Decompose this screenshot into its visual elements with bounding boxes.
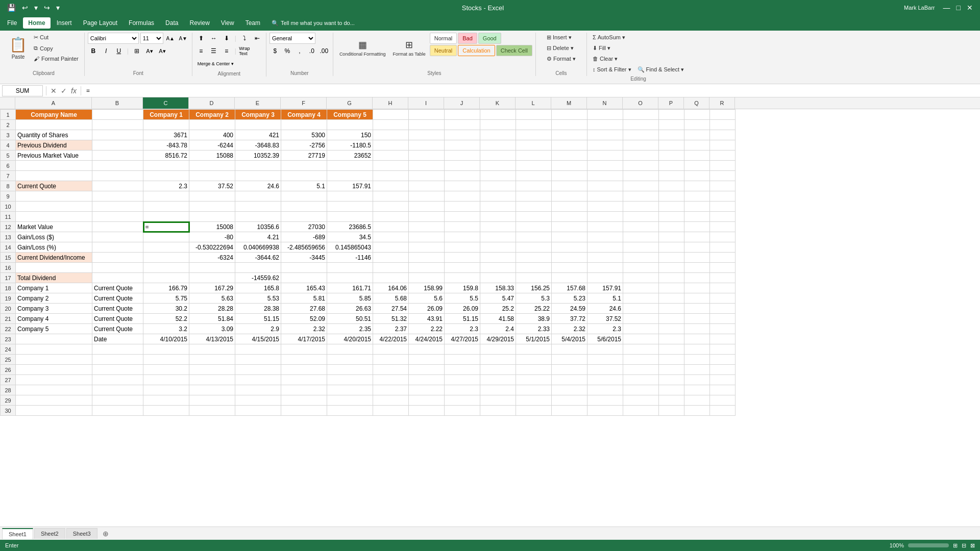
cell[interactable] (143, 375, 189, 385)
cell[interactable] (684, 222, 710, 232)
cell[interactable] (480, 171, 516, 181)
cell[interactable]: 34.5 (327, 232, 373, 242)
cell[interactable] (189, 191, 235, 202)
cell[interactable] (373, 253, 409, 263)
col-header-K[interactable]: K (480, 97, 516, 109)
cell[interactable] (92, 130, 143, 140)
cell[interactable]: 23652 (327, 151, 373, 161)
cell[interactable] (189, 273, 235, 283)
cell[interactable] (710, 222, 736, 232)
row-header-12[interactable]: 12 (1, 222, 16, 232)
cell[interactable] (373, 171, 409, 181)
cell[interactable] (143, 161, 189, 171)
cell[interactable] (235, 263, 281, 273)
cell[interactable]: 5.68 (373, 293, 409, 304)
cell[interactable] (587, 273, 623, 283)
cell[interactable]: 28.38 (235, 304, 281, 314)
cell[interactable] (189, 395, 235, 406)
decrease-font-size-button[interactable]: A▼ (178, 33, 189, 44)
cell[interactable] (373, 191, 409, 202)
cell[interactable] (516, 273, 552, 283)
cell[interactable] (684, 355, 710, 365)
cell[interactable] (480, 406, 516, 416)
cell[interactable]: Company 5 (327, 110, 373, 120)
cell[interactable]: 5.1 (281, 181, 327, 191)
cell[interactable] (143, 395, 189, 406)
cell[interactable] (710, 253, 736, 263)
cell[interactable] (587, 130, 623, 140)
cell[interactable] (710, 120, 736, 130)
cell[interactable]: 400 (189, 130, 235, 140)
increase-font-size-button[interactable]: A▲ (165, 33, 176, 44)
cell[interactable] (143, 344, 189, 355)
cell[interactable] (516, 232, 552, 242)
cell[interactable] (684, 171, 710, 181)
cell[interactable]: 3.09 (189, 324, 235, 334)
cell[interactable]: 23686.5 (327, 222, 373, 232)
cell[interactable] (587, 181, 623, 191)
cell[interactable]: 5.81 (281, 293, 327, 304)
cell[interactable]: Company 3 (235, 110, 281, 120)
cell[interactable] (710, 202, 736, 212)
cell[interactable]: 3671 (143, 130, 189, 140)
menu-view[interactable]: View (216, 17, 239, 29)
cell[interactable] (445, 263, 480, 273)
cell[interactable] (92, 365, 143, 375)
cell[interactable] (516, 130, 552, 140)
cell[interactable] (552, 191, 587, 202)
cell[interactable] (373, 242, 409, 253)
cell[interactable] (445, 365, 480, 375)
cell[interactable] (623, 120, 659, 130)
cell[interactable]: -3648.83 (235, 140, 281, 151)
cell[interactable] (587, 161, 623, 171)
cell[interactable] (516, 406, 552, 416)
cell[interactable] (623, 334, 659, 344)
cell[interactable]: -14559.62 (235, 273, 281, 283)
cell[interactable] (552, 222, 587, 232)
cell[interactable] (623, 406, 659, 416)
cell[interactable] (552, 395, 587, 406)
cell[interactable] (16, 375, 92, 385)
cell[interactable] (516, 375, 552, 385)
cell[interactable] (281, 355, 327, 365)
cell[interactable]: Company Name (16, 110, 92, 120)
cell[interactable] (659, 355, 684, 365)
minimize-button[interactable]: — (941, 3, 952, 13)
cell[interactable]: 157.68 (552, 283, 587, 293)
cell[interactable]: 4.21 (235, 232, 281, 242)
cell[interactable] (480, 110, 516, 120)
cell[interactable] (623, 375, 659, 385)
cell[interactable] (516, 242, 552, 253)
cell[interactable] (587, 375, 623, 385)
col-header-N[interactable]: N (587, 97, 623, 109)
cell[interactable] (684, 253, 710, 263)
cell[interactable] (189, 344, 235, 355)
cell[interactable] (409, 355, 445, 365)
cell[interactable]: 5.85 (327, 293, 373, 304)
cell[interactable] (373, 110, 409, 120)
indent-button[interactable]: ⇤ (252, 33, 263, 44)
cell[interactable]: Company 5 (16, 324, 92, 334)
cell[interactable] (710, 283, 736, 293)
cell[interactable] (552, 181, 587, 191)
menu-insert[interactable]: Insert (52, 17, 77, 29)
cell[interactable] (516, 365, 552, 375)
cell[interactable] (235, 355, 281, 365)
cell[interactable]: Current Quote (92, 304, 143, 314)
cell[interactable] (659, 171, 684, 181)
align-middle-button[interactable]: ↔ (208, 33, 219, 44)
cell[interactable] (189, 355, 235, 365)
cell[interactable] (710, 365, 736, 375)
cell[interactable]: 5.47 (480, 293, 516, 304)
cell[interactable] (587, 344, 623, 355)
cell[interactable] (327, 273, 373, 283)
cell[interactable]: Current Quote (16, 181, 92, 191)
cell[interactable] (373, 212, 409, 222)
cell[interactable] (684, 293, 710, 304)
format-painter-button[interactable]: 🖌 Format Painter (31, 54, 81, 63)
align-left-button[interactable]: ≡ (195, 45, 207, 57)
cell[interactable] (480, 375, 516, 385)
row-header-20[interactable]: 20 (1, 304, 16, 314)
cell[interactable] (480, 273, 516, 283)
cell[interactable] (373, 222, 409, 232)
